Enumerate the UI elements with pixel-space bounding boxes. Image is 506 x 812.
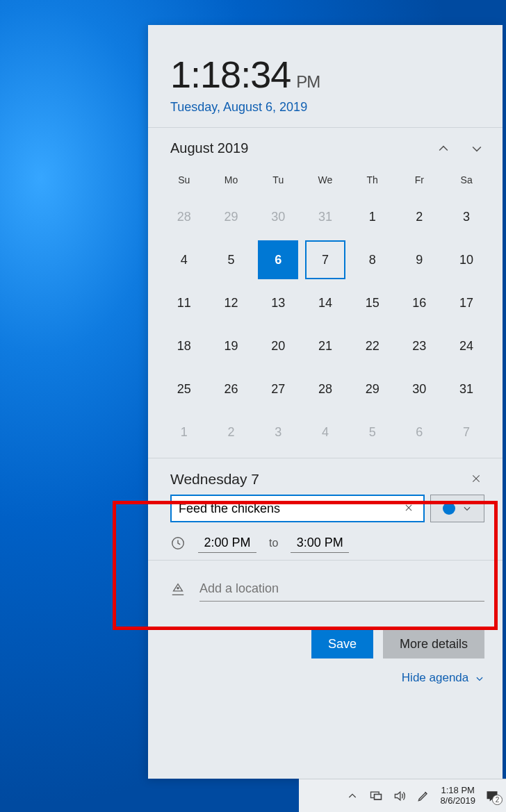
- clock-seconds: 34: [250, 53, 291, 95]
- day-header: Th: [349, 165, 396, 195]
- end-time-field[interactable]: 3:00 PM: [291, 533, 349, 553]
- calendar-color-picker[interactable]: [430, 495, 484, 522]
- calendar-day[interactable]: 23: [396, 324, 443, 367]
- calendar-day[interactable]: 5: [208, 238, 255, 281]
- calendar-day[interactable]: 7: [443, 411, 490, 454]
- display-icon[interactable]: [369, 789, 383, 803]
- location-input[interactable]: [199, 577, 484, 602]
- calendar-day[interactable]: 1: [161, 411, 208, 454]
- calendar-day[interactable]: 29: [349, 367, 396, 411]
- calendar-day[interactable]: 20: [254, 324, 302, 367]
- calendar-day[interactable]: 31: [443, 367, 490, 411]
- calendar-day[interactable]: 31: [302, 195, 349, 238]
- day-header: Tu: [254, 165, 302, 195]
- location-icon: [170, 582, 186, 597]
- more-details-button[interactable]: More details: [383, 629, 484, 658]
- day-header: Mo: [208, 165, 255, 195]
- color-swatch-icon: [443, 502, 455, 515]
- event-title-row: [148, 495, 503, 522]
- clock-minutes: 18: [200, 53, 240, 95]
- to-label: to: [269, 537, 278, 549]
- save-button[interactable]: Save: [311, 629, 373, 658]
- time-row: 2:00 PM to 3:00 PM: [148, 522, 503, 560]
- calendar-day[interactable]: 27: [254, 367, 302, 411]
- calendar-day[interactable]: 21: [302, 324, 349, 367]
- day-header: We: [302, 165, 349, 195]
- tray-overflow-icon[interactable]: [345, 789, 359, 803]
- clock-date-link[interactable]: Tuesday, August 6, 2019: [170, 100, 480, 115]
- action-center-icon[interactable]: 2: [485, 789, 499, 803]
- month-label[interactable]: August 2019: [170, 140, 248, 156]
- calendar-day[interactable]: 17: [443, 281, 490, 324]
- tray-clock[interactable]: 1:18 PM 8/6/2019: [440, 786, 475, 806]
- calendar-day[interactable]: 3: [254, 411, 302, 454]
- day-header: Su: [161, 165, 208, 195]
- calendar-day[interactable]: 4: [161, 238, 208, 281]
- agenda-day-title: Wednesday 7: [170, 471, 259, 488]
- clock-section: 1:18:34PM Tuesday, August 6, 2019: [148, 25, 503, 127]
- calendar-day[interactable]: 14: [302, 281, 349, 324]
- calendar-day[interactable]: 28: [302, 367, 349, 411]
- svg-point-6: [177, 587, 179, 588]
- svg-marker-11: [395, 792, 401, 800]
- calendar-day[interactable]: 4: [302, 411, 349, 454]
- calendar-day[interactable]: 9: [396, 238, 443, 281]
- taskbar-tray: 1:18 PM 8/6/2019 2: [299, 779, 506, 812]
- calendar-flyout: 1:18:34PM Tuesday, August 6, 2019 August…: [148, 25, 503, 779]
- clock-time: 1:18:34PM: [170, 53, 480, 96]
- location-row: [148, 561, 503, 606]
- calendar-day[interactable]: 28: [161, 195, 208, 238]
- calendar-day[interactable]: 8: [349, 238, 396, 281]
- calendar-day[interactable]: 22: [349, 324, 396, 367]
- calendar-day[interactable]: 3: [443, 195, 490, 238]
- calendar-day[interactable]: 18: [161, 324, 208, 367]
- calendar-day[interactable]: 5: [349, 411, 396, 454]
- tray-time: 1:18 PM: [440, 786, 475, 796]
- calendar-day[interactable]: 7: [302, 238, 349, 281]
- day-header: Fr: [396, 165, 443, 195]
- agenda-header: Wednesday 7: [148, 458, 503, 495]
- clock-ampm: PM: [296, 72, 320, 91]
- calendar-day[interactable]: 13: [254, 281, 302, 324]
- calendar-day[interactable]: 2: [396, 195, 443, 238]
- calendar-day[interactable]: 6: [254, 238, 302, 281]
- chevron-up-icon[interactable]: [436, 141, 451, 156]
- clock-icon: [170, 536, 186, 551]
- calendar-day[interactable]: 10: [443, 238, 490, 281]
- calendar-day[interactable]: 24: [443, 324, 490, 367]
- event-title-field[interactable]: [170, 495, 425, 522]
- clear-input-icon[interactable]: [404, 503, 415, 514]
- calendar-day[interactable]: 26: [208, 367, 255, 411]
- notification-badge: 2: [492, 795, 503, 805]
- chevron-down-icon: [475, 674, 484, 683]
- volume-icon[interactable]: [393, 789, 407, 803]
- pen-icon[interactable]: [416, 789, 430, 803]
- calendar-day[interactable]: 30: [254, 195, 302, 238]
- close-icon[interactable]: [471, 473, 483, 486]
- calendar-day[interactable]: 15: [349, 281, 396, 324]
- calendar-day[interactable]: 1: [349, 195, 396, 238]
- tray-date: 8/6/2019: [440, 796, 475, 806]
- calendar-grid: SuMoTuWeThFrSa28293031123456789101112131…: [148, 159, 503, 458]
- event-title-input[interactable]: [179, 496, 400, 521]
- hide-agenda-label: Hide agenda: [402, 671, 468, 684]
- buttons-row: Save More details: [148, 606, 503, 658]
- month-row: August 2019: [148, 128, 503, 159]
- day-header: Sa: [443, 165, 490, 195]
- calendar-day[interactable]: 25: [161, 367, 208, 411]
- chevron-down-icon[interactable]: [469, 141, 484, 156]
- calendar-day[interactable]: 2: [208, 411, 255, 454]
- calendar-day[interactable]: 30: [396, 367, 443, 411]
- calendar-day[interactable]: 6: [396, 411, 443, 454]
- calendar-day[interactable]: 29: [208, 195, 255, 238]
- month-nav: [436, 141, 484, 156]
- svg-rect-9: [375, 794, 382, 799]
- hide-agenda-link[interactable]: Hide agenda: [148, 658, 503, 685]
- chevron-down-icon: [462, 504, 472, 513]
- start-time-field[interactable]: 2:00 PM: [198, 533, 256, 553]
- calendar-day[interactable]: 19: [208, 324, 255, 367]
- calendar-day[interactable]: 16: [396, 281, 443, 324]
- calendar-day[interactable]: 12: [208, 281, 255, 324]
- clock-hours: 1: [170, 53, 190, 95]
- calendar-day[interactable]: 11: [161, 281, 208, 324]
